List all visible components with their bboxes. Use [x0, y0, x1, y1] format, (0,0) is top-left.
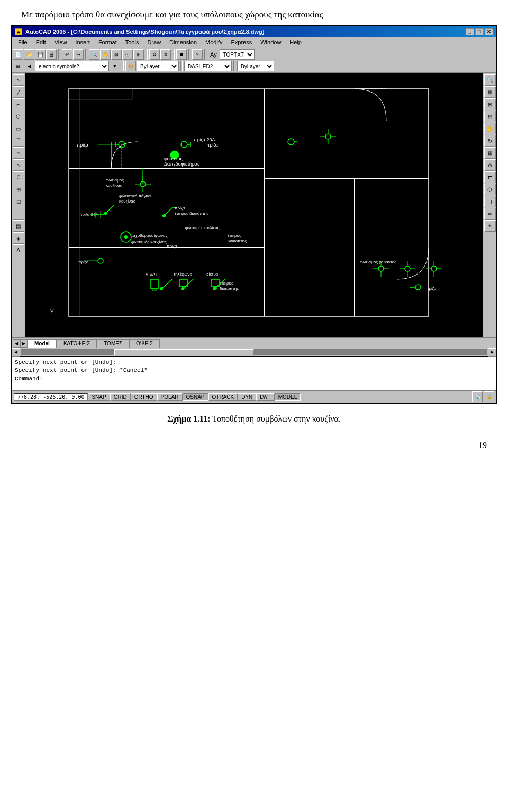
- menu-view[interactable]: View: [50, 38, 71, 47]
- hscroll-left-arrow[interactable]: ◀: [12, 348, 20, 357]
- spline-button[interactable]: ∿: [13, 159, 24, 171]
- tab-katopseis[interactable]: ΚΑΤΟΨΕΙΣ: [57, 339, 97, 348]
- grid-display-button[interactable]: ⊞: [484, 147, 496, 159]
- grid-status-btn[interactable]: GRID: [110, 393, 131, 401]
- lwt-status-btn[interactable]: LWT: [256, 393, 274, 401]
- tab-tomes[interactable]: ΤΟΜΕΣ: [97, 339, 129, 348]
- zoom-button[interactable]: 🔍: [89, 49, 99, 60]
- tab-scroll-right[interactable]: ▶: [20, 339, 28, 348]
- polar-status-btn[interactable]: POLAR: [157, 393, 183, 401]
- dyn-status-btn[interactable]: DYN: [238, 393, 256, 401]
- zoom-realtime-button[interactable]: 🔍: [484, 74, 496, 86]
- redo-button[interactable]: ↪: [73, 49, 84, 60]
- polygon-button[interactable]: ⬡: [13, 111, 24, 122]
- arc-button[interactable]: ⌒: [13, 135, 24, 147]
- point-button[interactable]: ·: [13, 208, 24, 220]
- menu-tools[interactable]: Tools: [121, 38, 143, 47]
- snap-button-r[interactable]: ⊙: [484, 159, 496, 171]
- osnap-status-btn[interactable]: OSNAP: [183, 393, 208, 401]
- svg-text:φούρνος: φούρνος: [164, 156, 183, 161]
- svg-text:φωτισμός απλίκας: φωτισμός απλίκας: [185, 225, 220, 230]
- pan-button[interactable]: ✋: [100, 49, 111, 60]
- svg-point-88: [104, 212, 107, 215]
- comm-center-icon[interactable]: 📡: [472, 391, 483, 402]
- zoom-extents-button-r[interactable]: ⊠: [484, 98, 496, 110]
- maximize-button[interactable]: □: [475, 28, 484, 35]
- separator-6: [204, 49, 206, 60]
- multiline-text-button[interactable]: A: [13, 244, 24, 256]
- freehand-button[interactable]: ✏: [484, 208, 496, 220]
- tab-model[interactable]: Model: [28, 339, 57, 348]
- color-icon[interactable]: 🎨: [125, 61, 136, 71]
- ortho-status-btn[interactable]: ORTHO: [131, 393, 157, 401]
- make-block-button[interactable]: ⊡: [13, 196, 24, 207]
- ortho-button-r[interactable]: ⊏: [484, 171, 496, 183]
- orbit-button[interactable]: ↻: [484, 135, 496, 147]
- new-button[interactable]: 📄: [13, 49, 23, 60]
- match-properties-button[interactable]: ≡: [160, 49, 171, 60]
- close-button[interactable]: ✕: [485, 28, 493, 35]
- model-status-btn[interactable]: MODEL: [275, 393, 301, 401]
- tab-scroll-left[interactable]: ◀: [13, 339, 20, 348]
- font-combo[interactable]: TOPTXT: [220, 49, 255, 60]
- minimize-button[interactable]: _: [466, 28, 474, 35]
- ucs-button[interactable]: ⌖: [484, 220, 496, 232]
- properties-button[interactable]: ⚙: [149, 49, 160, 60]
- menu-format[interactable]: Format: [94, 38, 121, 47]
- circle-button[interactable]: ○: [13, 147, 24, 159]
- command-line-2: Specify next point or [Undo]: *Cancel*: [15, 367, 493, 375]
- zoom-window-button-r[interactable]: ⊞: [484, 86, 496, 98]
- toolbar-area: 📄 📂 💾 🖨 ↩ ↪ 🔍 ✋ ⊠ ⊡ ⊞ ⚙ ≡ ■ ? Ay TOPTXT: [12, 48, 496, 73]
- menu-help[interactable]: Help: [285, 38, 306, 47]
- menu-insert[interactable]: Insert: [71, 38, 94, 47]
- zoom-previous-button[interactable]: ⊡: [122, 49, 133, 60]
- hscroll-track[interactable]: [21, 349, 487, 355]
- line-button[interactable]: ╱: [13, 86, 24, 98]
- lineweight-combo[interactable]: ByLayer: [237, 61, 274, 71]
- menu-window[interactable]: Window: [256, 38, 285, 47]
- layer-prev-btn[interactable]: ◀: [24, 61, 34, 71]
- menu-modify[interactable]: Modify: [201, 38, 226, 47]
- zoom-extents-button[interactable]: ⊠: [111, 49, 122, 60]
- otrack-status-btn[interactable]: OTRACK: [208, 393, 238, 401]
- menu-edit[interactable]: Edit: [32, 38, 50, 47]
- zoom-scale-button[interactable]: ⊡: [484, 111, 496, 122]
- drawing-area[interactable]: πρίζα πρίζα 20Α πρίζα Δαπεδοφωτήρας φούρ…: [25, 73, 483, 337]
- zoom-window-button[interactable]: ⊞: [133, 49, 144, 60]
- layer-opts-btn[interactable]: ▼: [110, 61, 120, 71]
- hatch-button[interactable]: ▤: [13, 220, 24, 232]
- menu-draw[interactable]: Draw: [143, 38, 165, 47]
- page-header-text: Με παρόμοιο τρόπο θα συνεχίσουμε και για…: [0, 0, 508, 25]
- open-button[interactable]: 📂: [24, 49, 34, 60]
- rectangle-button[interactable]: ▭: [13, 123, 24, 134]
- polyline-button[interactable]: ⌐: [13, 98, 24, 110]
- insert-block-button[interactable]: ⊞: [13, 184, 24, 195]
- select-button[interactable]: ↖: [13, 74, 24, 86]
- layer-btn[interactable]: ⊞: [13, 61, 23, 71]
- separator-1: [58, 49, 60, 60]
- menu-dimension[interactable]: Dimension: [165, 38, 201, 47]
- render-button[interactable]: ■: [176, 49, 187, 60]
- snap-status-btn[interactable]: SNAP: [88, 393, 110, 401]
- svg-text:πρίζα: πρίζα: [206, 142, 218, 148]
- undo-button[interactable]: ↩: [62, 49, 72, 60]
- measure-button[interactable]: ⬡: [484, 184, 496, 195]
- lock-icon[interactable]: 🔒: [484, 391, 494, 402]
- pan-realtime-button[interactable]: ✋: [484, 123, 496, 134]
- menu-file[interactable]: File: [14, 38, 32, 47]
- region-button[interactable]: ◈: [13, 232, 24, 244]
- menu-express[interactable]: Express: [226, 38, 256, 47]
- menu-bar: File Edit View Insert Format Tools Draw …: [12, 37, 496, 48]
- separator-8: [180, 61, 183, 71]
- hscroll-thumb[interactable]: [114, 349, 254, 355]
- layer-combo[interactable]: electric symbols2: [35, 61, 109, 71]
- mirror-button[interactable]: ⊣: [484, 196, 496, 207]
- color-combo[interactable]: ByLayer: [137, 61, 179, 71]
- ellipse-button[interactable]: ⬯: [13, 171, 24, 183]
- linetype-combo[interactable]: DASHED2: [184, 61, 232, 71]
- tab-opseis[interactable]: ΟΨΕΙΣ: [129, 339, 160, 348]
- print-button[interactable]: 🖨: [46, 49, 57, 60]
- hscroll-right-arrow[interactable]: ▶: [488, 348, 496, 357]
- save-button[interactable]: 💾: [35, 49, 46, 60]
- help-button[interactable]: ?: [192, 49, 203, 60]
